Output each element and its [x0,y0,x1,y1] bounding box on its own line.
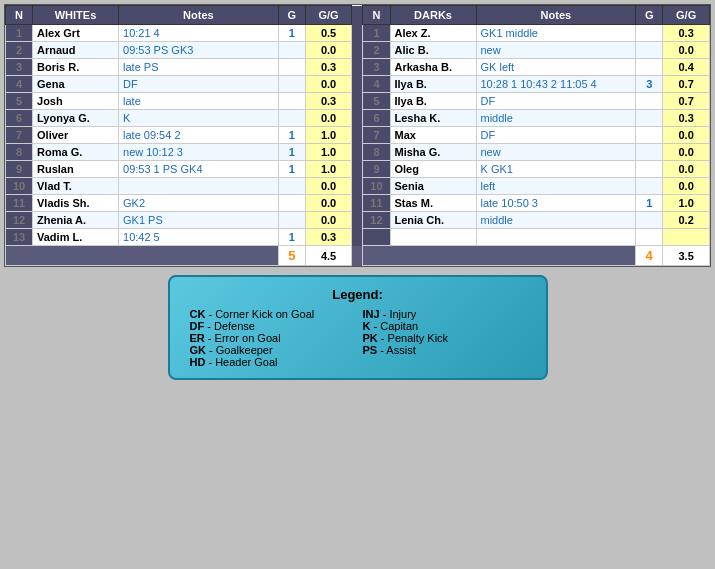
dark-g-empty [636,229,663,246]
header-dark-gg: G/G [663,6,710,25]
dark-notes: late 10:50 3 [476,195,636,212]
white-notes: 09:53 PS GK3 [119,42,279,59]
table-row: 6 Lyonya G. K 0.0 6 Lesha K. middle 0.3 [6,110,710,127]
dark-g [636,42,663,59]
table-row: 13 Vadim L. 10:42 5 1 0.3 [6,229,710,246]
dark-g [636,144,663,161]
footer-dark-total-gg: 3.5 [663,246,710,266]
dark-notes: new [476,42,636,59]
white-notes: GK1 PS [119,212,279,229]
dark-gg-empty [663,229,710,246]
white-gg: 0.0 [305,110,352,127]
header-white-notes: Notes [119,6,279,25]
header-dark-g: G [636,6,663,25]
dark-gg: 0.0 [663,127,710,144]
white-name: Boris R. [33,59,119,76]
footer-white-label [6,246,279,266]
white-notes: DF [119,76,279,93]
white-gg: 0.3 [305,93,352,110]
dark-notes: middle [476,110,636,127]
white-gg: 0.0 [305,178,352,195]
white-gg: 0.0 [305,195,352,212]
white-gg: 0.3 [305,229,352,246]
white-row-num: 12 [6,212,33,229]
table-row: 12 Zhenia A. GK1 PS 0.0 12 Lenia Ch. mid… [6,212,710,229]
white-g [278,59,305,76]
white-notes: new 10:12 3 [119,144,279,161]
white-notes: GK2 [119,195,279,212]
white-g [278,42,305,59]
legend-item: GK - Goalkeeper [190,344,353,356]
footer-dark-total-g: 4 [636,246,663,266]
dark-notes: new [476,144,636,161]
legend-right-col: INJ - InjuryK - CapitanPK - Penalty Kick… [363,308,526,368]
dark-gg: 0.7 [663,76,710,93]
dark-name: Misha G. [390,144,476,161]
white-g: 1 [278,127,305,144]
white-row-num: 8 [6,144,33,161]
white-g [278,212,305,229]
dark-gg: 0.3 [663,25,710,42]
white-notes: 10:21 4 [119,25,279,42]
dark-gg: 0.4 [663,59,710,76]
dark-gg: 0.0 [663,178,710,195]
dark-g: 3 [636,76,663,93]
main-container: N WHITEs Notes G G/G N DARKs Notes G G/G… [4,4,711,267]
table-row: 8 Roma G. new 10:12 3 1 1.0 8 Misha G. n… [6,144,710,161]
table-row: 11 Vladis Sh. GK2 0.0 11 Stas M. late 10… [6,195,710,212]
header-darks: DARKs [390,6,476,25]
dark-g [636,127,663,144]
white-gg: 1.0 [305,161,352,178]
footer-white-total-g: 5 [278,246,305,266]
legend-item: HD - Header Goal [190,356,353,368]
white-g: 1 [278,229,305,246]
dark-gg: 0.0 [663,161,710,178]
white-gg: 1.0 [305,144,352,161]
white-g: 1 [278,25,305,42]
white-g: 1 [278,161,305,178]
row-divider [352,76,363,93]
dark-g [636,161,663,178]
dark-g [636,25,663,42]
table-row: 3 Boris R. late PS 0.3 3 Arkasha B. GK l… [6,59,710,76]
dark-name: Oleg [390,161,476,178]
dark-notes: DF [476,127,636,144]
dark-notes: 10:28 1 10:43 2 11:05 4 [476,76,636,93]
white-row-num: 7 [6,127,33,144]
footer-row: 5 4.5 4 3.5 [6,246,710,266]
row-divider [352,178,363,195]
white-g [278,110,305,127]
header-whites: WHITEs [33,6,119,25]
dark-name: Arkasha B. [390,59,476,76]
legend-key: ER [190,332,205,344]
white-gg: 0.5 [305,25,352,42]
row-divider [352,110,363,127]
white-row-num: 9 [6,161,33,178]
white-name: Vadim L. [33,229,119,246]
legend-key: PK [363,332,378,344]
legend-key: HD [190,356,206,368]
dark-row-num: 9 [363,161,390,178]
header-white-g: G [278,6,305,25]
white-gg: 0.0 [305,42,352,59]
dark-name: Lenia Ch. [390,212,476,229]
dark-name: Ilya B. [390,76,476,93]
white-row-num: 1 [6,25,33,42]
legend-grid: CK - Corner Kick on GoalDF - DefenseER -… [190,308,526,368]
header-white-n: N [6,6,33,25]
row-divider [352,161,363,178]
header-white-gg: G/G [305,6,352,25]
row-divider [352,212,363,229]
dark-gg: 1.0 [663,195,710,212]
dark-row-num: 8 [363,144,390,161]
white-row-num: 10 [6,178,33,195]
white-name: Alex Grt [33,25,119,42]
scores-table: N WHITEs Notes G G/G N DARKs Notes G G/G… [5,5,710,266]
legend-item: PS - Assist [363,344,526,356]
row-divider [352,93,363,110]
white-notes: K [119,110,279,127]
dark-row-num: 12 [363,212,390,229]
dark-gg: 0.7 [663,93,710,110]
header-dark-notes: Notes [476,6,636,25]
dark-row-num: 5 [363,93,390,110]
